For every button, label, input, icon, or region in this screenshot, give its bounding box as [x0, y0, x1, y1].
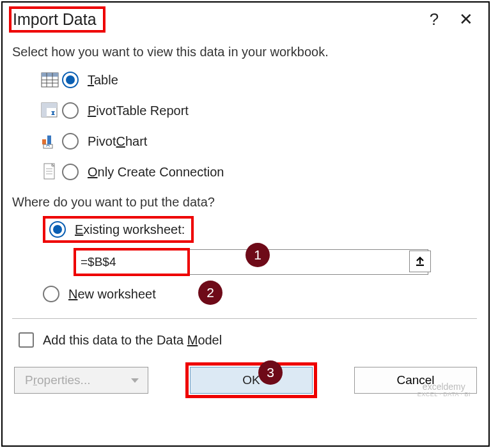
checkbox-data-model[interactable] [19, 332, 34, 348]
instruction-text: Select how you want to view this data in… [12, 45, 477, 59]
watermark: exceldemy EXCEL · DATA · BI [417, 382, 471, 398]
step-badge-3: 3 [258, 360, 283, 385]
svg-rect-10 [47, 135, 51, 144]
collapse-dialog-button[interactable] [409, 251, 431, 272]
label-connection: Only Create Connection [88, 165, 224, 180]
table-icon [38, 72, 62, 88]
radio-pivotchart[interactable] [62, 133, 79, 150]
radio-connection[interactable] [62, 164, 79, 180]
dialog-title: Import Data [9, 6, 105, 33]
pivotchart-icon [38, 133, 62, 150]
close-button[interactable]: ✕ [450, 10, 482, 29]
range-input-row [12, 245, 477, 279]
button-bar: Properties... OK Cancel [3, 355, 488, 406]
option-row-new: New worksheet [12, 279, 477, 309]
titlebar: Import Data ? ✕ [3, 3, 488, 36]
label-pivottable: PivotTable Report [88, 104, 189, 118]
label-pivotchart: PivotChart [88, 134, 147, 149]
connection-icon [38, 163, 62, 181]
highlight-box-existing: Existing worksheet: [43, 216, 194, 243]
option-row-existing: Existing worksheet: [12, 213, 477, 245]
radio-existing[interactable] [49, 221, 66, 238]
divider [12, 318, 477, 319]
step-badge-1: 1 [246, 243, 270, 267]
pivottable-icon [38, 102, 62, 119]
option-row-table: Table [12, 65, 477, 95]
step-badge-2: 2 [198, 281, 222, 305]
label-table: Table [88, 73, 118, 88]
label-existing: Existing worksheet: [75, 222, 185, 237]
option-row-connection: Only Create Connection [12, 157, 477, 187]
svg-rect-9 [42, 139, 46, 144]
label-data-model: Add this data to the Data Model [43, 333, 222, 348]
where-question: Where do you want to put the data? [12, 195, 477, 210]
help-button[interactable]: ? [418, 10, 450, 29]
option-row-pivotchart: PivotChart [12, 126, 477, 157]
properties-button[interactable]: Properties... [14, 367, 148, 394]
ok-button[interactable]: OK [190, 367, 313, 394]
data-model-row: Add this data to the Data Model [12, 325, 477, 355]
radio-new[interactable] [43, 286, 59, 302]
label-new: New worksheet [68, 287, 156, 302]
svg-rect-8 [42, 103, 47, 117]
import-data-dialog: Import Data ? ✕ Select how you want to v… [1, 1, 490, 447]
highlight-box-ok: OK [185, 362, 317, 398]
option-row-pivottable: PivotTable Report [12, 95, 477, 126]
svg-rect-1 [42, 73, 58, 77]
radio-table[interactable] [62, 72, 79, 88]
radio-pivottable[interactable] [62, 102, 79, 119]
